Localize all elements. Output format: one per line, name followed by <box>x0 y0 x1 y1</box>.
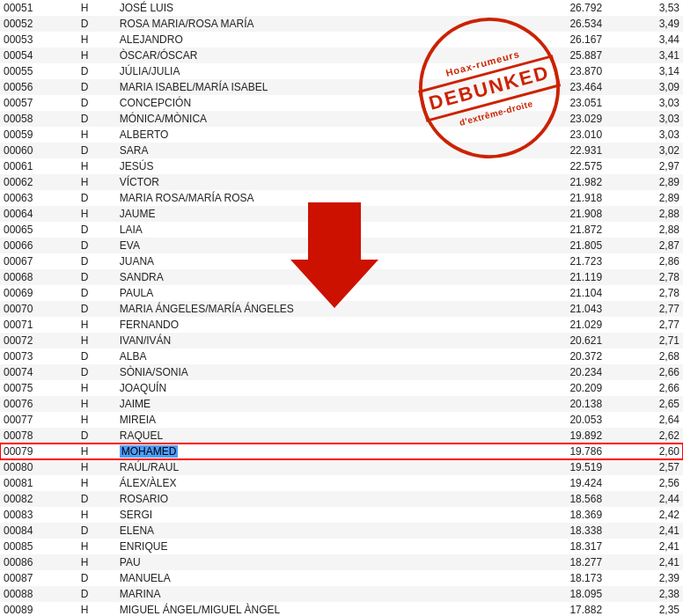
id-cell: 00051 <box>0 0 77 16</box>
value-cell: 21.908 <box>477 206 606 222</box>
table-row: 00078 D RAQUEL 19.892 2,62 <box>0 428 683 444</box>
hd-cell: D <box>77 428 116 444</box>
hd-cell: D <box>77 491 116 507</box>
name-cell: SANDRA <box>116 269 477 285</box>
table-row: 00070 D MARIA ÁNGELES/MARÍA ÁNGELES 21.0… <box>0 301 683 317</box>
name-cell: MANUELA <box>116 570 477 586</box>
name-cell: ÒSCAR/ÓSCAR <box>116 48 477 63</box>
table-row: 00087 D MANUELA 18.173 2,39 <box>0 570 683 586</box>
id-cell: 00058 <box>0 111 77 127</box>
hd-cell: D <box>77 190 116 206</box>
hd-cell: D <box>77 348 116 364</box>
value-cell: 20.138 <box>477 396 606 412</box>
hd-cell: D <box>77 570 116 586</box>
name-cell: JUANA <box>116 253 477 269</box>
name-cell: ELENA <box>116 523 477 539</box>
names-table: 00051 H JOSÉ LUIS 26.792 3,53 00052 D RO… <box>0 0 683 616</box>
table-row: 00053 H ALEJANDRO 26.167 3,44 <box>0 32 683 48</box>
id-cell: 00084 <box>0 523 77 539</box>
value-cell: 23.870 <box>477 63 606 79</box>
table-row: 00089 H MIGUEL ÁNGEL/MIGUEL ÀNGEL 17.882… <box>0 602 683 616</box>
table-row: 00054 H ÒSCAR/ÓSCAR 25.887 3,41 <box>0 48 683 63</box>
value-cell: 21.918 <box>477 190 606 206</box>
id-cell: 00072 <box>0 333 77 348</box>
hd-cell: D <box>77 364 116 380</box>
id-cell: 00083 <box>0 507 77 523</box>
id-cell: 00088 <box>0 586 77 602</box>
pct-cell: 3,44 <box>606 32 683 48</box>
value-cell: 21.104 <box>477 285 606 301</box>
table-row: 00062 H VÍCTOR 21.982 2,89 <box>0 174 683 190</box>
pct-cell: 3,03 <box>606 111 683 127</box>
pct-cell: 2,78 <box>606 269 683 285</box>
table-row: 00056 D MARIA ISABEL/MARÍA ISABEL 23.464… <box>0 79 683 95</box>
table-row: 00052 D ROSA MARIA/ROSA MARÍA 26.534 3,4… <box>0 16 683 32</box>
name-cell: JAIME <box>116 396 477 412</box>
pct-cell: 2,64 <box>606 412 683 428</box>
name-cell: JAUME <box>116 206 477 222</box>
pct-cell: 2,35 <box>606 602 683 616</box>
hd-cell: D <box>77 285 116 301</box>
id-cell: 00078 <box>0 428 77 444</box>
table-row: 00072 H IVAN/IVÁN 20.621 2,71 <box>0 333 683 348</box>
table-row: 00082 D ROSARIO 18.568 2,44 <box>0 491 683 507</box>
hd-cell: H <box>77 48 116 63</box>
id-cell: 00057 <box>0 95 77 111</box>
pct-cell: 2,66 <box>606 380 683 396</box>
pct-cell: 2,89 <box>606 190 683 206</box>
table-row: 00075 H JOAQUÍN 20.209 2,66 <box>0 380 683 396</box>
value-cell: 18.568 <box>477 491 606 507</box>
table-row: 00061 H JESÚS 22.575 2,97 <box>0 158 683 174</box>
hd-cell: H <box>77 444 116 459</box>
hd-cell: D <box>77 301 116 317</box>
name-cell: RAÚL/RAUL <box>116 459 477 475</box>
table-row: 00084 D ELENA 18.338 2,41 <box>0 523 683 539</box>
value-cell: 26.167 <box>477 32 606 48</box>
pct-cell: 2,88 <box>606 222 683 238</box>
id-cell: 00067 <box>0 253 77 269</box>
id-cell: 00060 <box>0 143 77 158</box>
id-cell: 00079 <box>0 444 77 459</box>
id-cell: 00073 <box>0 348 77 364</box>
id-cell: 00064 <box>0 206 77 222</box>
id-cell: 00068 <box>0 269 77 285</box>
name-cell: JESÚS <box>116 158 477 174</box>
id-cell: 00065 <box>0 222 77 238</box>
highlighted-name: MOHAMED <box>120 445 179 458</box>
pct-cell: 2,57 <box>606 459 683 475</box>
hd-cell: H <box>77 174 116 190</box>
value-cell: 21.982 <box>477 174 606 190</box>
value-cell: 21.805 <box>477 238 606 253</box>
name-cell: ROSA MARIA/ROSA MARÍA <box>116 16 477 32</box>
id-cell: 00076 <box>0 396 77 412</box>
pct-cell: 2,77 <box>606 301 683 317</box>
id-cell: 00071 <box>0 317 77 333</box>
hd-cell: H <box>77 32 116 48</box>
name-cell: MARIA ROSA/MARÍA ROSA <box>116 190 477 206</box>
id-cell: 00085 <box>0 539 77 554</box>
name-cell: ALEJANDRO <box>116 32 477 48</box>
value-cell: 20.372 <box>477 348 606 364</box>
pct-cell: 3,14 <box>606 63 683 79</box>
pct-cell: 2,41 <box>606 554 683 570</box>
main-container: 00051 H JOSÉ LUIS 26.792 3,53 00052 D RO… <box>0 0 683 616</box>
name-cell: MARINA <box>116 586 477 602</box>
hd-cell: H <box>77 396 116 412</box>
value-cell: 18.277 <box>477 554 606 570</box>
name-cell: EVA <box>116 238 477 253</box>
id-cell: 00054 <box>0 48 77 63</box>
name-cell: JOAQUÍN <box>116 380 477 396</box>
hd-cell: D <box>77 63 116 79</box>
pct-cell: 2,44 <box>606 491 683 507</box>
id-cell: 00082 <box>0 491 77 507</box>
name-cell: MARIA ÁNGELES/MARÍA ÁNGELES <box>116 301 477 317</box>
pct-cell: 3,53 <box>606 0 683 16</box>
table-row: 00066 D EVA 21.805 2,87 <box>0 238 683 253</box>
hd-cell: D <box>77 269 116 285</box>
hd-cell: D <box>77 79 116 95</box>
hd-cell: D <box>77 586 116 602</box>
pct-cell: 2,39 <box>606 570 683 586</box>
name-cell: SERGI <box>116 507 477 523</box>
hd-cell: D <box>77 16 116 32</box>
table-row: 00077 H MIREIA 20.053 2,64 <box>0 412 683 428</box>
